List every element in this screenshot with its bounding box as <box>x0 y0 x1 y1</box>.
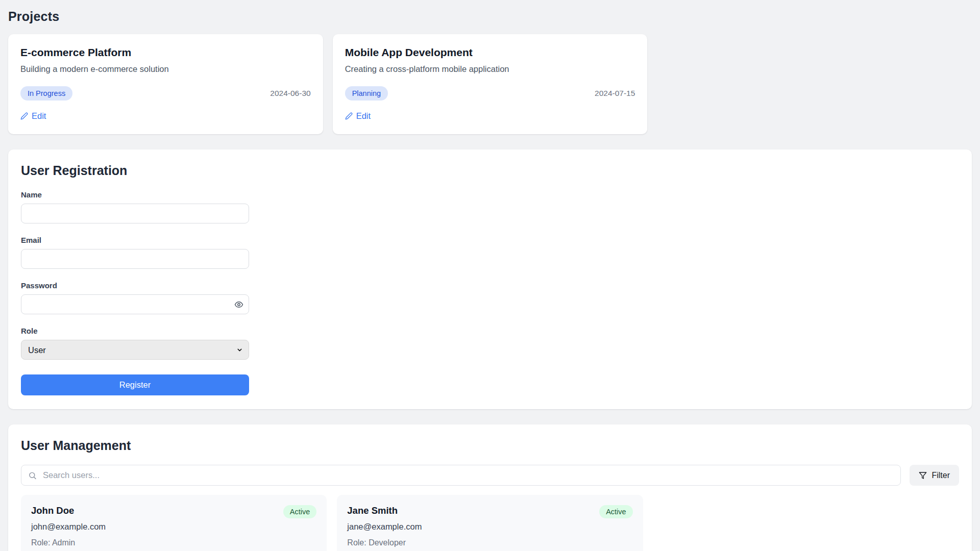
filter-button[interactable]: Filter <box>910 465 959 486</box>
eye-icon <box>234 300 243 309</box>
name-label: Name <box>21 190 249 199</box>
users-grid: John Doe Active john@example.com Role: A… <box>21 495 959 551</box>
project-description: Building a modern e-commerce solution <box>20 64 311 74</box>
project-description: Creating a cross-platform mobile applica… <box>345 64 635 74</box>
password-field-group: Password <box>21 281 249 314</box>
name-input[interactable] <box>21 204 249 223</box>
project-meta-row: In Progress 2024-06-30 <box>20 86 311 101</box>
password-label: Password <box>21 281 249 290</box>
search-icon <box>28 471 37 480</box>
name-field-group: Name <box>21 190 249 223</box>
page: Projects E-commerce Platform Building a … <box>0 0 980 551</box>
status-badge: Planning <box>345 86 388 101</box>
project-date: 2024-07-15 <box>595 89 635 98</box>
management-heading: User Management <box>21 438 959 453</box>
search-input-wrapper <box>21 465 901 486</box>
user-role: Role: Admin <box>31 538 316 547</box>
user-email: jane@example.com <box>347 522 632 532</box>
user-status-badge: Active <box>283 505 317 518</box>
email-field-group: Email <box>21 236 249 269</box>
user-status-badge: Active <box>599 505 633 518</box>
user-card-header: Jane Smith Active <box>347 505 632 518</box>
project-edit-button[interactable]: Edit <box>345 111 371 121</box>
project-edit-label: Edit <box>356 111 371 121</box>
role-select[interactable]: User <box>21 340 249 360</box>
search-users-input[interactable] <box>21 465 901 486</box>
project-edit-label: Edit <box>32 111 46 121</box>
user-card-header: John Doe Active <box>31 505 316 518</box>
role-field-group: Role User <box>21 327 249 360</box>
projects-grid: E-commerce Platform Building a modern e-… <box>8 34 972 134</box>
password-input[interactable] <box>21 294 249 314</box>
project-card-mobile-app: Mobile App Development Creating a cross-… <box>333 34 648 134</box>
user-email: john@example.com <box>31 522 316 532</box>
toggle-password-visibility-button[interactable] <box>234 300 243 309</box>
password-input-wrapper <box>21 294 249 314</box>
project-title: E-commerce Platform <box>20 46 311 59</box>
project-meta-row: Planning 2024-07-15 <box>345 86 635 101</box>
project-title: Mobile App Development <box>345 46 635 59</box>
user-card-jane-smith: Jane Smith Active jane@example.com Role:… <box>337 495 643 551</box>
email-label: Email <box>21 236 249 244</box>
funnel-icon <box>919 471 927 480</box>
project-date: 2024-06-30 <box>270 89 310 98</box>
role-label: Role <box>21 327 249 335</box>
user-name: Jane Smith <box>347 505 398 516</box>
projects-heading: Projects <box>8 9 972 24</box>
user-card-john-doe: John Doe Active john@example.com Role: A… <box>21 495 327 551</box>
search-row: Filter <box>21 465 959 486</box>
pencil-icon <box>20 112 28 120</box>
role-select-wrapper: User <box>21 340 249 360</box>
user-registration-section: User Registration Name Email Password <box>8 149 972 409</box>
email-input[interactable] <box>21 249 249 269</box>
user-management-section: User Management Filter John Doe Active <box>8 424 972 551</box>
register-button[interactable]: Register <box>21 374 249 395</box>
status-badge: In Progress <box>20 86 72 101</box>
project-edit-button[interactable]: Edit <box>20 111 46 121</box>
registration-heading: User Registration <box>21 163 959 178</box>
user-role: Role: Developer <box>347 538 632 547</box>
user-name: John Doe <box>31 505 74 516</box>
pencil-icon <box>345 112 353 120</box>
project-card-ecommerce: E-commerce Platform Building a modern e-… <box>8 34 323 134</box>
registration-form: Name Email Password R <box>21 190 249 395</box>
filter-button-label: Filter <box>932 471 950 480</box>
